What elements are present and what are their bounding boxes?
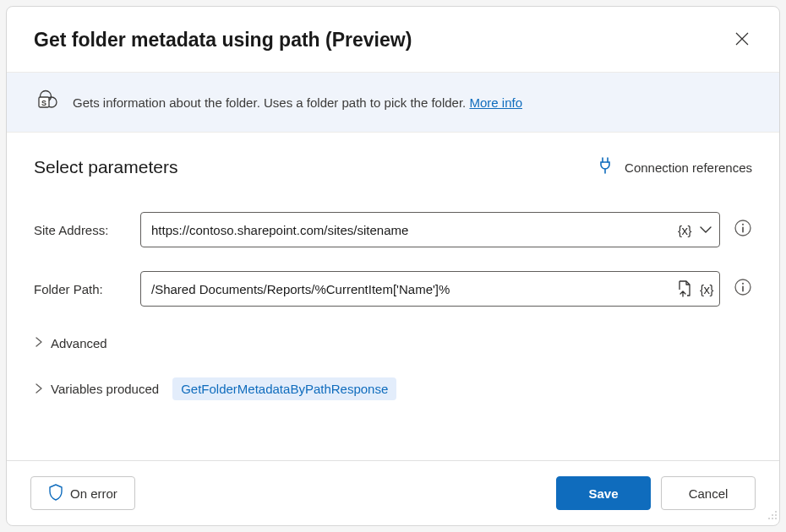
dialog-content: Select parameters Connection references … — [7, 133, 779, 460]
site-address-info-button[interactable] — [734, 219, 752, 241]
site-address-label: Site Address: — [34, 223, 127, 237]
advanced-label: Advanced — [51, 336, 107, 350]
save-label: Save — [588, 486, 618, 501]
dialog-footer: On error Save Cancel — [7, 460, 779, 525]
chevron-right-icon — [34, 335, 44, 350]
site-address-input-wrap: {x} — [140, 212, 720, 247]
variables-produced-expander[interactable]: Variables produced GetFolderMetadataByPa… — [34, 377, 752, 400]
svg-point-5 — [742, 224, 744, 225]
file-select-icon — [676, 280, 693, 298]
svg-text:S: S — [41, 99, 46, 107]
variables-produced-label: Variables produced — [51, 382, 159, 396]
info-banner: S Gets information about the folder. Use… — [7, 72, 779, 133]
more-info-link[interactable]: More info — [469, 95, 522, 110]
svg-point-15 — [775, 518, 777, 519]
param-row-site-address: Site Address: {x} — [34, 212, 752, 247]
dialog-header: Get folder metadata using path (Preview) — [7, 7, 779, 72]
save-button[interactable]: Save — [556, 476, 651, 510]
info-icon — [734, 219, 752, 237]
connection-references-button[interactable]: Connection references — [598, 156, 752, 178]
svg-point-13 — [768, 518, 770, 519]
dialog-title: Get folder metadata using path (Preview) — [34, 29, 412, 52]
folder-path-label: Folder Path: — [34, 282, 127, 296]
resize-grip[interactable] — [766, 508, 778, 524]
site-address-input-icons: {x} — [678, 220, 713, 240]
shield-icon — [48, 484, 63, 503]
chevron-down-icon — [698, 222, 713, 237]
variable-picker-button[interactable]: {x} — [678, 220, 691, 240]
sharepoint-icon: S — [37, 90, 59, 115]
folder-path-input[interactable] — [140, 271, 720, 307]
section-header-row: Select parameters Connection references — [34, 156, 752, 178]
param-row-folder-path: Folder Path: {x} — [34, 271, 752, 307]
file-picker-button[interactable] — [676, 279, 693, 299]
connection-references-label: Connection references — [625, 160, 752, 175]
svg-point-14 — [772, 518, 773, 519]
svg-point-12 — [775, 514, 777, 516]
info-banner-text: Gets information about the folder. Uses … — [73, 95, 522, 110]
on-error-button[interactable]: On error — [30, 476, 135, 510]
close-icon — [735, 32, 749, 46]
section-title: Select parameters — [34, 157, 177, 177]
on-error-label: On error — [70, 486, 117, 501]
chevron-right-icon — [34, 382, 44, 397]
svg-point-8 — [742, 283, 744, 285]
plug-icon — [598, 156, 613, 178]
svg-rect-9 — [742, 286, 744, 292]
cancel-button[interactable]: Cancel — [661, 476, 756, 510]
folder-path-input-wrap: {x} — [140, 271, 720, 307]
info-icon — [734, 278, 752, 296]
advanced-expander[interactable]: Advanced — [34, 335, 752, 350]
variable-picker-button[interactable]: {x} — [700, 279, 713, 299]
info-banner-description: Gets information about the folder. Uses … — [73, 95, 469, 110]
folder-path-info-button[interactable] — [734, 278, 752, 300]
resize-grip-icon — [766, 508, 778, 520]
svg-point-10 — [775, 511, 777, 513]
svg-rect-6 — [742, 227, 744, 233]
svg-point-11 — [772, 514, 773, 516]
dropdown-button[interactable] — [698, 220, 713, 240]
footer-actions: Save Cancel — [556, 476, 756, 510]
dialog-panel: Get folder metadata using path (Preview)… — [6, 6, 780, 526]
variable-chip[interactable]: GetFolderMetadataByPathResponse — [172, 377, 396, 400]
site-address-input[interactable] — [140, 212, 720, 247]
cancel-label: Cancel — [689, 486, 729, 501]
close-button[interactable] — [732, 29, 752, 49]
folder-path-input-icons: {x} — [676, 279, 713, 299]
